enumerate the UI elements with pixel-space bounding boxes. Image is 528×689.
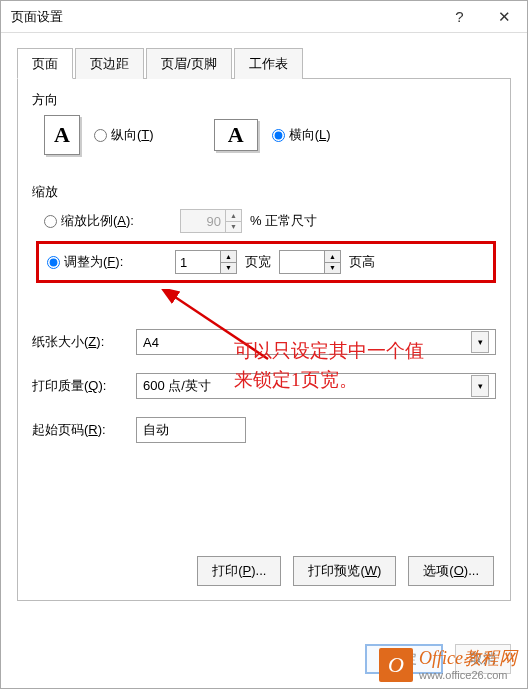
fit-to-radio-input[interactable] bbox=[47, 256, 60, 269]
fit-tall-label: 页高 bbox=[349, 253, 375, 271]
print-preview-button[interactable]: 打印预览(W) bbox=[293, 556, 396, 586]
fit-tall-spin-up[interactable]: ▲ bbox=[325, 251, 340, 263]
adjust-to-radio-label: 缩放比例(A): bbox=[61, 212, 134, 230]
print-button[interactable]: 打印(P)... bbox=[197, 556, 281, 586]
print-quality-row: 打印质量(Q): 600 点/英寸 ▾ bbox=[32, 373, 496, 399]
watermark: O Office教程网 www.office26.com bbox=[379, 648, 517, 682]
dialog-title: 页面设置 bbox=[11, 8, 437, 26]
landscape-radio-input[interactable] bbox=[272, 129, 285, 142]
fit-wide-label: 页宽 bbox=[245, 253, 271, 271]
print-quality-combo[interactable]: 600 点/英寸 ▾ bbox=[136, 373, 496, 399]
print-quality-label: 打印质量(Q): bbox=[32, 377, 128, 395]
portrait-icon: A bbox=[44, 115, 80, 155]
fit-to-highlight: 调整为(F): ▲ ▼ 页宽 bbox=[36, 241, 496, 283]
adjust-to-radio[interactable]: 缩放比例(A): bbox=[44, 212, 154, 230]
watermark-url: www.office26.com bbox=[419, 669, 517, 681]
landscape-radio-label: 横向(L) bbox=[289, 126, 331, 144]
watermark-brand: Office教程网 bbox=[419, 649, 517, 669]
paper-size-label: 纸张大小(Z): bbox=[32, 333, 128, 351]
landscape-radio[interactable]: 横向(L) bbox=[272, 126, 331, 144]
paper-size-combo[interactable]: A4 ▾ bbox=[136, 329, 496, 355]
adjust-to-row: 缩放比例(A): ▲ ▼ % 正常尺寸 bbox=[44, 209, 496, 233]
print-quality-value: 600 点/英寸 bbox=[143, 377, 211, 395]
adjust-to-input[interactable] bbox=[181, 210, 225, 232]
tab-sheet[interactable]: 工作表 bbox=[234, 48, 303, 79]
portrait-radio[interactable]: 纵向(T) bbox=[94, 126, 154, 144]
tab-page[interactable]: 页面 bbox=[17, 48, 73, 79]
paper-size-row: 纸张大小(Z): A4 ▾ bbox=[32, 329, 496, 355]
first-page-row: 起始页码(R): bbox=[32, 417, 496, 443]
page-setup-dialog: 页面设置 ? ✕ 页面 页边距 页眉/页脚 工作表 方向 A 纵向(T) A bbox=[0, 0, 528, 689]
adjust-to-spin-up[interactable]: ▲ bbox=[226, 210, 241, 222]
options-button[interactable]: 选项(O)... bbox=[408, 556, 494, 586]
fit-wide-input[interactable] bbox=[176, 251, 220, 273]
portrait-radio-label: 纵向(T) bbox=[111, 126, 154, 144]
fit-to-radio-label: 调整为(F): bbox=[64, 253, 123, 271]
office-logo-icon: O bbox=[379, 648, 413, 682]
help-button[interactable]: ? bbox=[437, 1, 482, 33]
fit-wide-spin-up[interactable]: ▲ bbox=[221, 251, 236, 263]
fit-wide-spinner[interactable]: ▲ ▼ bbox=[175, 250, 237, 274]
paper-size-value: A4 bbox=[143, 335, 159, 350]
chevron-down-icon[interactable]: ▾ bbox=[471, 331, 489, 353]
fit-to-row: 调整为(F): ▲ ▼ 页宽 bbox=[47, 250, 485, 274]
adjust-to-spinner[interactable]: ▲ ▼ bbox=[180, 209, 242, 233]
tab-header-footer[interactable]: 页眉/页脚 bbox=[146, 48, 232, 79]
first-page-input[interactable] bbox=[136, 417, 246, 443]
panel-button-row: 打印(P)... 打印预览(W) 选项(O)... bbox=[197, 556, 494, 586]
orientation-label: 方向 bbox=[32, 91, 496, 109]
first-page-label: 起始页码(R): bbox=[32, 421, 128, 439]
landscape-icon: A bbox=[214, 119, 258, 151]
tab-panel-page: 方向 A 纵向(T) A 横向(L) 缩放 bbox=[17, 79, 511, 601]
tabstrip: 页面 页边距 页眉/页脚 工作表 bbox=[17, 47, 511, 79]
fit-tall-spin-down[interactable]: ▼ bbox=[325, 263, 340, 274]
adjust-to-spin-down[interactable]: ▼ bbox=[226, 222, 241, 233]
orientation-row: A 纵向(T) A 横向(L) bbox=[44, 115, 496, 155]
fit-wide-spin-down[interactable]: ▼ bbox=[221, 263, 236, 274]
fit-to-radio[interactable]: 调整为(F): bbox=[47, 253, 149, 271]
adjust-to-radio-input[interactable] bbox=[44, 215, 57, 228]
titlebar: 页面设置 ? ✕ bbox=[1, 1, 527, 33]
close-button[interactable]: ✕ bbox=[482, 1, 527, 33]
chevron-down-icon[interactable]: ▾ bbox=[471, 375, 489, 397]
dialog-content: 页面 页边距 页眉/页脚 工作表 方向 A 纵向(T) A 横向(L) bbox=[1, 33, 527, 601]
fit-tall-spinner[interactable]: ▲ ▼ bbox=[279, 250, 341, 274]
tab-margins[interactable]: 页边距 bbox=[75, 48, 144, 79]
scale-label: 缩放 bbox=[32, 183, 496, 201]
portrait-radio-input[interactable] bbox=[94, 129, 107, 142]
adjust-to-suffix: % 正常尺寸 bbox=[250, 212, 317, 230]
fit-tall-input[interactable] bbox=[280, 251, 324, 273]
